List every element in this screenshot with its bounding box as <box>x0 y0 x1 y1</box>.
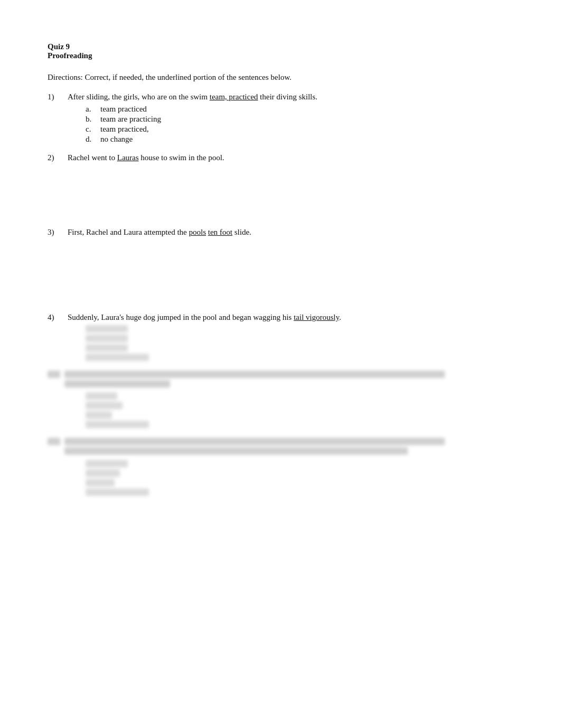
question-text-1: After sliding, the girls, who are on the… <box>68 93 513 102</box>
answer-text-1a: team practiced <box>100 105 147 114</box>
answer-text-1d: no change <box>100 135 133 144</box>
underline-3b: ten foot <box>208 228 232 236</box>
question-num-4: 4) <box>48 313 68 322</box>
answer-1d: d. no change <box>86 135 513 144</box>
question-num-1: 1) <box>48 93 68 102</box>
page-title: Quiz 9 Proofreading <box>48 42 513 60</box>
blurred-answers-4 <box>48 325 513 361</box>
answer-letter-1b: b. <box>86 115 97 124</box>
question-item-4: 4) Suddenly, Laura's huge dog jumped in … <box>48 313 513 361</box>
answer-letter-1c: c. <box>86 125 97 134</box>
underline-4: tail vigorously <box>294 313 339 321</box>
directions-text: Directions: Correct, if needed, the unde… <box>48 73 513 82</box>
question-item-3: 3) First, Rachel and Laura attempted the… <box>48 228 513 303</box>
blurred-question-5 <box>48 371 513 428</box>
answer-letter-1d: d. <box>86 135 97 144</box>
question-num-2: 2) <box>48 153 68 162</box>
answer-list-1: a. team practiced b. team are practicing… <box>48 105 513 144</box>
question-item-5 <box>48 371 513 428</box>
question-item-2: 2) Rachel went to Lauras house to swim i… <box>48 153 513 218</box>
question-text-4: Suddenly, Laura's huge dog jumped in the… <box>68 313 513 322</box>
underline-1: team, practiced <box>210 93 258 101</box>
question-text-3: First, Rachel and Laura attempted the po… <box>68 228 513 237</box>
quiz-label-line2: Proofreading <box>48 51 513 60</box>
question-text-2: Rachel went to Lauras house to swim in t… <box>68 153 513 162</box>
answer-text-1c: team practiced, <box>100 125 149 134</box>
question-item-6 <box>48 438 513 496</box>
underline-2: Lauras <box>117 153 139 162</box>
blurred-question-6 <box>48 438 513 496</box>
quiz-label-line1: Quiz 9 <box>48 42 513 51</box>
answer-1a: a. team practiced <box>86 105 513 114</box>
question-num-3: 3) <box>48 228 68 237</box>
answer-letter-1a: a. <box>86 105 97 114</box>
answer-1c: c. team practiced, <box>86 125 513 134</box>
underline-3a: pools <box>189 228 207 236</box>
answer-1b: b. team are practicing <box>86 115 513 124</box>
question-list: 1) After sliding, the girls, who are on … <box>48 93 513 496</box>
answer-text-1b: team are practicing <box>100 115 161 124</box>
question-item-1: 1) After sliding, the girls, who are on … <box>48 93 513 144</box>
